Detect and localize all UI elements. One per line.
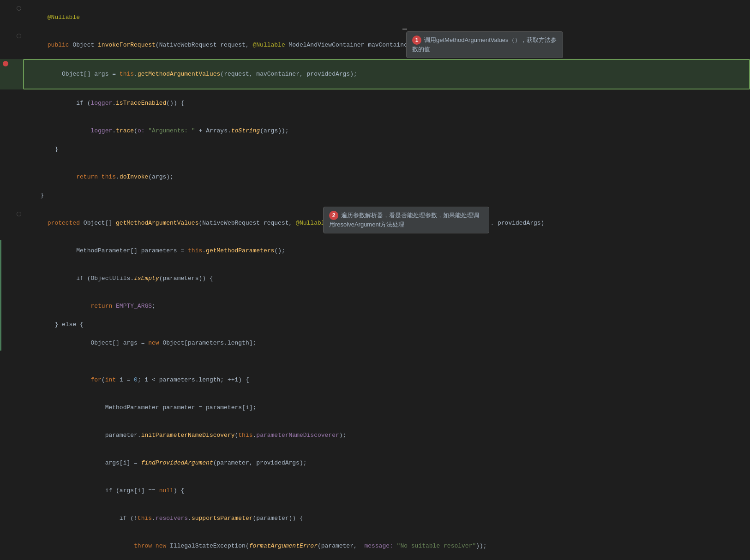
line-content: if (logger.isTraceEnabled()) {	[23, 89, 750, 117]
line-content: throw new IllegalStateException(formatAr…	[23, 532, 750, 560]
code-line: if (ObjectUtils.isEmpty(parameters)) {	[0, 265, 750, 292]
tooltip-1: 1调用getMethodArgumentValues（），获取方法参数的值	[406, 31, 563, 58]
line-content: args[i] = findProvidedArgument(parameter…	[23, 449, 750, 477]
code-line: return EMPTY_ARGS;	[0, 292, 750, 320]
code-line: MethodParameter[] parameters = this.getM…	[0, 237, 750, 265]
code-editor: @Nullable public Object invokeForRequest…	[0, 0, 750, 560]
line-content: }	[23, 145, 750, 154]
code-line	[0, 154, 750, 163]
code-line: for(int i = 0; i < parameters.length; ++…	[0, 366, 750, 394]
line-content: return EMPTY_ARGS;	[23, 292, 750, 320]
line-content	[23, 154, 750, 163]
line-content: if (ObjectUtils.isEmpty(parameters)) {	[23, 265, 750, 292]
code-line: args[i] = findProvidedArgument(parameter…	[0, 449, 750, 477]
line-content: return this.doInvoke(args);	[23, 163, 750, 191]
line-content: @Nullable	[23, 4, 750, 31]
code-line	[0, 357, 750, 366]
line-content: if (!this.resolvers.supportsParameter(pa…	[23, 505, 750, 532]
tooltip-connector-1	[402, 29, 407, 30]
code-line: parameter.initParameterNameDiscovery(thi…	[0, 422, 750, 449]
code-line: return this.doInvoke(args);	[0, 163, 750, 191]
code-line: if (args[i] == null) {	[0, 477, 750, 505]
code-line: Object[] args = new Object[parameters.le…	[0, 329, 750, 357]
tooltip-number-2: 2	[329, 211, 338, 220]
line-content: MethodParameter parameter = parameters[i…	[23, 394, 750, 422]
code-line: }	[0, 191, 750, 200]
line-content	[23, 357, 750, 366]
code-line: if (logger.isTraceEnabled()) {	[0, 89, 750, 117]
code-line: if (!this.resolvers.supportsParameter(pa…	[0, 505, 750, 532]
code-line: throw new IllegalStateException(formatAr…	[0, 532, 750, 560]
line-content: for(int i = 0; i < parameters.length; ++…	[23, 366, 750, 394]
line-content: public Object invokeForRequest(NativeWeb…	[23, 31, 750, 59]
line-content: if (args[i] == null) {	[23, 477, 750, 505]
line-content: logger.trace(o: "Arguments: " + Arrays.t…	[23, 117, 750, 145]
code-line: @Nullable	[0, 4, 750, 31]
tooltip-text-2: 遍历参数解析器，看是否能处理参数，如果能处理调用resolveArgument方…	[329, 212, 479, 228]
keyword: public	[48, 42, 73, 48]
line-content: MethodParameter[] parameters = this.getM…	[23, 237, 750, 265]
tooltip-text-1: 调用getMethodArgumentValues（），获取方法参数的值	[412, 36, 557, 53]
line-content: }	[23, 191, 750, 200]
line-content: parameter.initParameterNameDiscovery(thi…	[23, 422, 750, 449]
left-bar-green	[0, 240, 1, 351]
code-line: Object[] args = this.getMethodArgumentVa…	[0, 59, 750, 89]
code-line: } else {	[0, 320, 750, 329]
annotation: @Nullable	[48, 14, 80, 21]
breakpoint-indicator	[3, 61, 8, 66]
line-content: } else {	[23, 320, 750, 329]
tooltip-2: 2遍历参数解析器，看是否能处理参数，如果能处理调用resolveArgument…	[323, 207, 489, 233]
line-content: Object[] args = new Object[parameters.le…	[23, 329, 750, 357]
code-line: }	[0, 145, 750, 154]
code-line: logger.trace(o: "Arguments: " + Arrays.t…	[0, 117, 750, 145]
line-content: Object[] args = this.getMethodArgumentVa…	[23, 59, 750, 89]
tooltip-number-1: 1	[412, 36, 421, 45]
code-line: public Object invokeForRequest(NativeWeb…	[0, 31, 750, 59]
code-line: MethodParameter parameter = parameters[i…	[0, 394, 750, 422]
